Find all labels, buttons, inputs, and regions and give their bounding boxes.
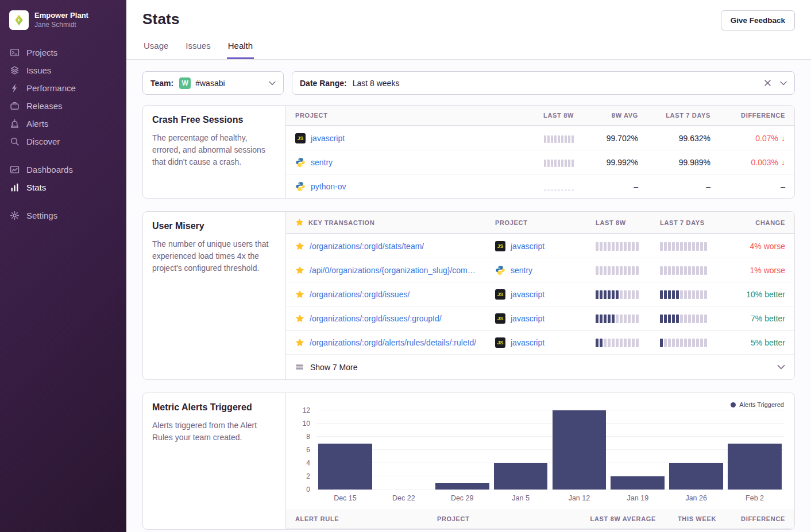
tab-health[interactable]: Health (227, 41, 254, 59)
give-feedback-button[interactable]: Give Feedback (721, 10, 795, 30)
sidebar-footer-nav: Settings (0, 207, 126, 224)
chart-x-labels: Dec 15Dec 22Dec 29Jan 5Jan 12Jan 19Jan 2… (316, 494, 784, 502)
metric-alerts-chart-area: Alerts Triggered 024681012 Dec 15Dec 22D… (286, 393, 794, 529)
last-7-days-value: 99.989% (647, 153, 720, 172)
star-icon[interactable] (295, 266, 304, 275)
user-name: Jane Schmidt (34, 21, 88, 30)
8w-avg-value: – (583, 177, 647, 196)
column-header: DIFFERENCE (720, 106, 794, 125)
star-icon[interactable] (295, 314, 304, 323)
star-icon[interactable] (295, 242, 304, 251)
date-range-selector[interactable]: Date Range: Last 8 weeks (292, 71, 795, 95)
star-icon[interactable] (295, 290, 304, 299)
arrow-down-icon: ↓ (781, 158, 785, 167)
sidebar: Empower Plant Jane Schmidt Projects Issu… (0, 0, 126, 532)
date-range-label: Date Range: (300, 79, 347, 88)
chart-bars (316, 410, 784, 490)
sidebar-secondary-nav: Dashboards Stats (0, 161, 126, 196)
sidebar-item-releases[interactable]: Releases (9, 97, 117, 115)
column-header: THIS WEEK (665, 509, 725, 529)
sidebar-item-alerts[interactable]: Alerts (9, 115, 117, 133)
project-link[interactable]: javascript (511, 314, 544, 323)
8w-avg-value: 99.702% (583, 129, 647, 147)
transaction-link[interactable]: /organizations/:orgId/alerts/rules/detai… (310, 338, 476, 347)
projects-icon (9, 48, 20, 58)
table-row: /organizations/:orgId/issues/:groupId/ J… (286, 306, 794, 330)
sidebar-item-projects[interactable]: Projects (9, 44, 117, 61)
javascript-platform-icon: JS (495, 337, 505, 348)
table-row: /organizations/:orgId/issues/ JS javascr… (286, 282, 794, 306)
sidebar-item-discover[interactable]: Discover (9, 133, 117, 150)
chevron-down-icon (777, 364, 785, 370)
project-link[interactable]: sentry (511, 266, 532, 275)
chevron-down-icon[interactable] (269, 81, 276, 86)
legend-dot-icon (731, 402, 736, 407)
sidebar-item-performance[interactable]: Performance (9, 79, 117, 97)
show-more-row[interactable]: Show 7 More (286, 354, 794, 379)
column-header: KEY TRANSACTION (286, 212, 486, 233)
chart-y-labels: 024681012 (296, 410, 316, 490)
dashboards-icon (9, 165, 20, 175)
team-label: Team: (150, 79, 173, 88)
gear-icon (9, 211, 20, 221)
show-more-label: Show 7 More (310, 363, 357, 372)
tab-usage[interactable]: Usage (142, 41, 169, 59)
project-link[interactable]: javascript (511, 242, 544, 251)
sparkline (596, 266, 639, 275)
project-link[interactable]: sentry (311, 158, 333, 167)
panel-description: The number of unique users that experien… (152, 238, 276, 274)
issues-icon (9, 65, 20, 76)
sidebar-item-dashboards[interactable]: Dashboards (9, 161, 117, 178)
alerts-bar-chart: 024681012 (296, 410, 784, 490)
alerts-icon (9, 119, 20, 129)
column-header: LAST 7 DAYS (647, 106, 720, 125)
sparkline (544, 158, 574, 167)
table-row: /organizations/:orgId/alerts/rules/detai… (286, 330, 794, 354)
sidebar-item-stats[interactable]: Stats (9, 178, 117, 196)
sidebar-item-label: Alerts (26, 119, 48, 129)
javascript-platform-icon: JS (495, 313, 505, 324)
tab-issues[interactable]: Issues (184, 41, 211, 59)
panel-description: Alerts triggered from the Alert Rules yo… (152, 420, 276, 444)
arrow-down-icon: ↓ (781, 134, 785, 143)
panel-title: Metric Alerts Triggered (152, 402, 276, 413)
sidebar-item-issues[interactable]: Issues (9, 61, 117, 79)
clear-icon[interactable] (764, 80, 771, 86)
8w-avg-value: 99.992% (583, 153, 647, 172)
chevron-down-icon[interactable] (780, 81, 787, 86)
transaction-link[interactable]: /organizations/:orgId/issues/:groupId/ (310, 314, 442, 323)
sidebar-item-label: Dashboards (26, 165, 73, 174)
chart-legend[interactable]: Alerts Triggered (296, 401, 784, 408)
sidebar-item-label: Stats (26, 182, 46, 192)
panel-description: The percentage of healthy, errored, and … (152, 132, 276, 168)
stats-icon (9, 182, 20, 193)
panel-title: Crash Free Sessions (152, 115, 276, 125)
sparkline (596, 242, 639, 251)
sidebar-item-settings[interactable]: Settings (9, 207, 117, 224)
page-title: Stats (142, 10, 180, 28)
transaction-link[interactable]: /api/0/organizations/{organization_slug}… (310, 266, 477, 275)
sidebar-item-label: Discover (26, 137, 60, 146)
project-link[interactable]: javascript (511, 290, 544, 299)
star-icon (295, 218, 304, 227)
star-icon[interactable] (295, 338, 304, 347)
page-content: Team: W #wasabi Date Range: Last 8 weeks (126, 60, 811, 532)
app-root: Empower Plant Jane Schmidt Projects Issu… (0, 0, 811, 532)
transaction-link[interactable]: /organizations/:orgId/stats/team/ (310, 242, 424, 251)
project-link[interactable]: python-ov (311, 182, 346, 191)
discover-icon (9, 137, 20, 147)
transaction-link[interactable]: /organizations/:orgId/issues/ (310, 290, 410, 299)
user-misery-panel: User Misery The number of unique users t… (142, 211, 795, 380)
table-row: /organizations/:orgId/stats/team/ JS jav… (286, 234, 794, 258)
sparkline (596, 338, 639, 347)
releases-icon (9, 101, 20, 111)
date-range-value: Last 8 weeks (353, 79, 400, 88)
project-link[interactable]: javascript (511, 338, 544, 347)
last-7-days-value: – (647, 177, 720, 196)
team-selector[interactable]: Team: W #wasabi (142, 71, 284, 95)
org-switcher[interactable]: Empower Plant Jane Schmidt (0, 8, 126, 30)
table-header: KEY TRANSACTION PROJECT LAST 8W LAST 7 D… (286, 212, 794, 234)
sparkline (660, 242, 707, 251)
table-header: PROJECT LAST 8W 8W AVG LAST 7 DAYS DIFFE… (286, 106, 794, 126)
project-link[interactable]: javascript (311, 134, 345, 143)
